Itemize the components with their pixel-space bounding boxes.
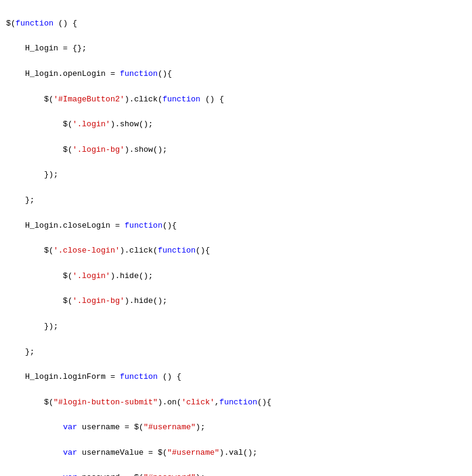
code-editor: $(function () { H_login = {}; H_login.op… bbox=[0, 0, 472, 476]
code-line: }; bbox=[6, 346, 472, 359]
code-line: H_login.closeLogin = function(){ bbox=[6, 220, 472, 233]
code-line: H_login.openLogin = function(){ bbox=[6, 68, 472, 81]
code-line: var usernameValue = $("#username").val()… bbox=[6, 447, 472, 460]
code-line: H_login.loginForm = function () { bbox=[6, 371, 472, 384]
code-line: }); bbox=[6, 169, 472, 182]
code-line: $('.close-login').click(function(){ bbox=[6, 245, 472, 257]
code-line: $(function () { bbox=[6, 18, 472, 30]
code-line: $('#ImageButton2').click(function () { bbox=[6, 93, 472, 106]
code-line: }; bbox=[6, 194, 472, 207]
code-line: }); bbox=[6, 321, 472, 333]
code-line: $('.login-bg').show(); bbox=[6, 144, 472, 157]
code-line: $('.login').hide(); bbox=[6, 270, 472, 283]
code-line: H_login = {}; bbox=[6, 42, 472, 55]
code-line: $('.login').show(); bbox=[6, 118, 472, 131]
code-line: $('.login-bg').hide(); bbox=[6, 295, 472, 308]
code-line: $("#login-button-submit").on('click',fun… bbox=[6, 396, 472, 409]
code-line: var username = $("#username"); bbox=[6, 421, 472, 434]
code-line: var password = $("#password"); bbox=[6, 472, 472, 476]
